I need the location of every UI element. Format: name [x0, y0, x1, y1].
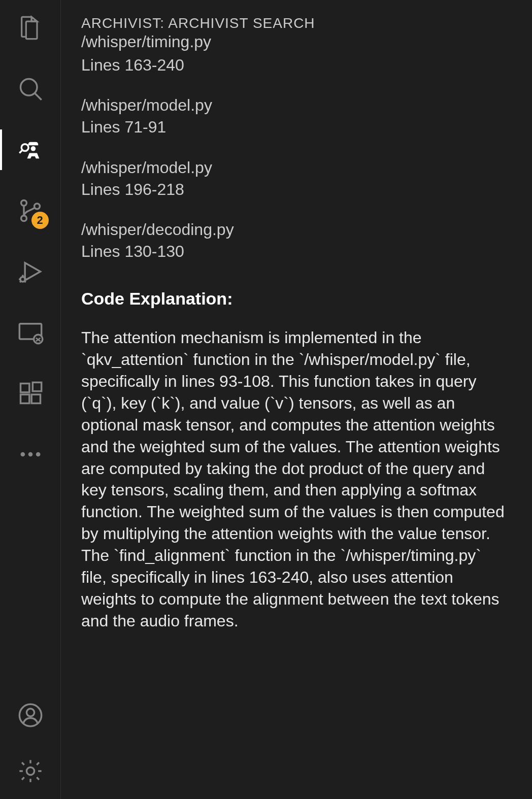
explorer-icon[interactable] [15, 13, 46, 43]
search-result[interactable]: /whisper/model.py Lines 71-91 [81, 94, 509, 138]
activity-bar: 2 [0, 0, 61, 799]
svg-point-23 [36, 452, 40, 457]
line-range: Lines 196-218 [81, 179, 509, 201]
svg-point-26 [26, 767, 34, 775]
svg-point-0 [20, 79, 37, 96]
archivist-icon[interactable] [15, 135, 46, 165]
svg-rect-17 [20, 384, 29, 392]
svg-line-13 [19, 281, 20, 282]
settings-gear-icon[interactable] [15, 756, 46, 786]
svg-marker-8 [25, 263, 40, 281]
svg-line-14 [24, 281, 25, 282]
svg-point-21 [20, 452, 25, 457]
code-explanation-header: Code Explanation: [81, 289, 509, 309]
svg-point-4 [30, 146, 36, 151]
search-result[interactable]: /whisper/decoding.py Lines 130-130 [81, 219, 509, 262]
svg-point-5 [21, 200, 26, 206]
activity-bar-bottom [15, 700, 46, 786]
remote-explorer-icon[interactable] [15, 317, 46, 348]
svg-point-2 [21, 144, 28, 151]
file-path: /whisper/decoding.py [81, 219, 509, 241]
search-result-truncated[interactable]: /whisper/timing.py Lines 163-240 [81, 42, 509, 76]
svg-point-22 [28, 452, 32, 457]
overflow-icon[interactable] [15, 439, 46, 470]
search-icon[interactable] [15, 74, 46, 104]
search-result[interactable]: /whisper/model.py Lines 196-218 [81, 157, 509, 201]
svg-point-25 [26, 709, 34, 716]
svg-point-7 [34, 204, 40, 209]
svg-rect-20 [32, 382, 41, 391]
file-path: /whisper/timing.py [81, 32, 509, 51]
source-control-badge: 2 [31, 212, 49, 229]
extensions-icon[interactable] [15, 378, 46, 409]
line-range: Lines 130-130 [81, 241, 509, 262]
panel-title: ARCHIVIST: ARCHIVIST SEARCH [81, 15, 509, 31]
line-range: Lines 163-240 [81, 54, 509, 76]
source-control-icon[interactable]: 2 [15, 195, 46, 226]
svg-line-3 [19, 150, 22, 153]
file-path: /whisper/model.py [81, 157, 509, 179]
svg-point-6 [21, 216, 26, 221]
accounts-icon[interactable] [15, 700, 46, 730]
run-debug-icon[interactable] [15, 256, 46, 287]
code-explanation-body: The attention mechanism is implemented i… [81, 327, 509, 631]
svg-rect-19 [31, 394, 40, 403]
svg-line-1 [35, 93, 41, 100]
svg-point-9 [20, 277, 25, 282]
line-range: Lines 71-91 [81, 116, 509, 138]
archivist-search-panel: ARCHIVIST: ARCHIVIST SEARCH /whisper/tim… [61, 0, 532, 799]
file-path: /whisper/model.py [81, 94, 509, 116]
svg-rect-18 [20, 394, 29, 403]
